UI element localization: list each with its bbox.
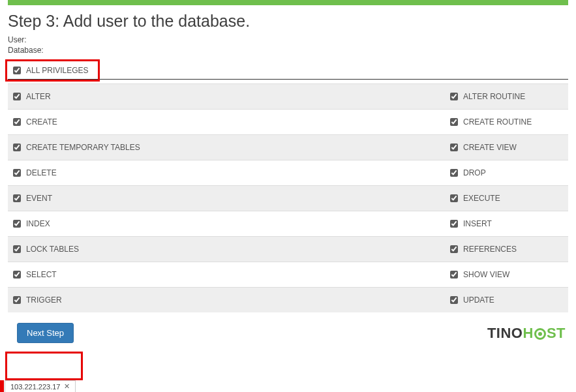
privilege-cell-right: INSERT [445, 211, 568, 236]
privilege-checkbox[interactable] [450, 194, 458, 202]
privilege-checkbox[interactable] [450, 118, 458, 126]
privilege-cell-left: CREATE TEMPORARY TABLES [8, 135, 445, 160]
all-privileges-label: ALL PRIVILEGES [26, 66, 89, 75]
table-row: CREATECREATE ROUTINE [8, 109, 568, 134]
privilege-cell-right: UPDATE [445, 288, 568, 312]
table-row: ALTERALTER ROUTINE [8, 83, 568, 109]
brand-tino: TINO [487, 325, 523, 342]
privilege-cell-right: CREATE ROUTINE [445, 110, 568, 134]
privilege-label: CREATE ROUTINE [463, 117, 532, 127]
footer-row: Next Step TINO H ST [8, 323, 568, 343]
privilege-checkbox[interactable] [450, 296, 458, 304]
brand-st: ST [547, 325, 566, 342]
table-row: LOCK TABLESREFERENCES [8, 236, 568, 262]
privilege-label: SELECT [26, 270, 57, 279]
all-privileges-row: ALL PRIVILEGES [8, 62, 568, 80]
privilege-label: CREATE VIEW [463, 143, 517, 152]
privilege-cell-left: LOCK TABLES [8, 237, 445, 262]
table-row: INDEXINSERT [8, 211, 568, 236]
privilege-cell-right: SHOW VIEW [445, 262, 568, 287]
privilege-cell-left: TRIGGER [8, 288, 445, 312]
privilege-cell-left: EVENT [8, 186, 445, 211]
privilege-checkbox[interactable] [13, 194, 21, 202]
privilege-label: CREATE [26, 117, 57, 127]
status-ip-text: 103.221.223.17 [10, 383, 60, 391]
privilege-cell-left: INDEX [8, 211, 445, 236]
privilege-cell-left: CREATE [8, 110, 445, 134]
privilege-checkbox[interactable] [450, 143, 458, 151]
privilege-cell-right: ALTER ROUTINE [445, 84, 568, 109]
privilege-label: ALTER ROUTINE [463, 92, 525, 101]
table-row: CREATE TEMPORARY TABLESCREATE VIEW [8, 134, 568, 160]
privilege-checkbox[interactable] [13, 93, 21, 100]
privilege-label: CREATE TEMPORARY TABLES [26, 143, 140, 152]
table-row: TRIGGERUPDATE [8, 287, 568, 312]
close-icon[interactable]: ✕ [64, 382, 70, 391]
brand-logo: TINO H ST [487, 325, 566, 342]
table-row: SELECTSHOW VIEW [8, 262, 568, 287]
page-content: Step 3: Add user to the database. User: … [0, 12, 576, 343]
privilege-checkbox[interactable] [13, 118, 21, 126]
privilege-checkbox[interactable] [13, 143, 21, 151]
privilege-label: EXECUTE [463, 194, 500, 203]
user-label: User: [8, 35, 27, 44]
page-title: Step 3: Add user to the database. [8, 12, 568, 31]
privilege-checkbox[interactable] [450, 169, 458, 177]
privilege-label: DELETE [26, 168, 57, 177]
privilege-label: UPDATE [463, 295, 494, 305]
privilege-label: LOCK TABLES [26, 245, 79, 254]
status-ip-tab[interactable]: 103.221.223.17 ✕ [5, 380, 76, 392]
privilege-label: ALTER [26, 92, 51, 101]
brand-o-icon [534, 328, 546, 340]
browser-status-bar: 103.221.223.17 ✕ [0, 380, 76, 392]
brand-h: H [523, 325, 533, 342]
all-privileges-checkbox[interactable] [13, 67, 21, 74]
privilege-checkbox[interactable] [13, 220, 21, 228]
privilege-label: INDEX [26, 219, 50, 228]
database-label: Database: [8, 46, 44, 55]
privilege-checkbox[interactable] [450, 271, 458, 279]
privilege-checkbox[interactable] [450, 220, 458, 228]
privilege-label: INSERT [463, 219, 492, 228]
privilege-checkbox[interactable] [13, 296, 21, 304]
privilege-checkbox[interactable] [450, 93, 458, 100]
privilege-label: REFERENCES [463, 245, 517, 254]
privilege-label: DROP [463, 168, 486, 177]
privileges-table: ALTERALTER ROUTINECREATECREATE ROUTINECR… [8, 83, 568, 312]
privilege-cell-right: REFERENCES [445, 237, 568, 262]
brand-host: H ST [523, 325, 566, 342]
privilege-cell-right: CREATE VIEW [445, 135, 568, 160]
privilege-label: TRIGGER [26, 295, 62, 305]
privilege-cell-left: SELECT [8, 262, 445, 287]
privilege-cell-left: DELETE [8, 160, 445, 185]
privilege-checkbox[interactable] [13, 245, 21, 253]
privilege-checkbox[interactable] [13, 271, 21, 279]
top-accent-bar [8, 0, 568, 5]
highlight-next-step [5, 352, 83, 380]
table-row: EVENTEXECUTE [8, 185, 568, 211]
privilege-cell-right: DROP [445, 160, 568, 185]
privilege-cell-right: EXECUTE [445, 186, 568, 211]
privilege-checkbox[interactable] [450, 245, 458, 253]
table-row: DELETEDROP [8, 160, 568, 185]
status-red-notch [0, 380, 4, 392]
privilege-label: SHOW VIEW [463, 270, 509, 279]
meta-block: User: Database: [8, 35, 568, 55]
privilege-checkbox[interactable] [13, 169, 21, 177]
privilege-label: EVENT [26, 194, 52, 203]
privilege-cell-left: ALTER [8, 84, 445, 109]
next-step-button[interactable]: Next Step [17, 323, 74, 343]
